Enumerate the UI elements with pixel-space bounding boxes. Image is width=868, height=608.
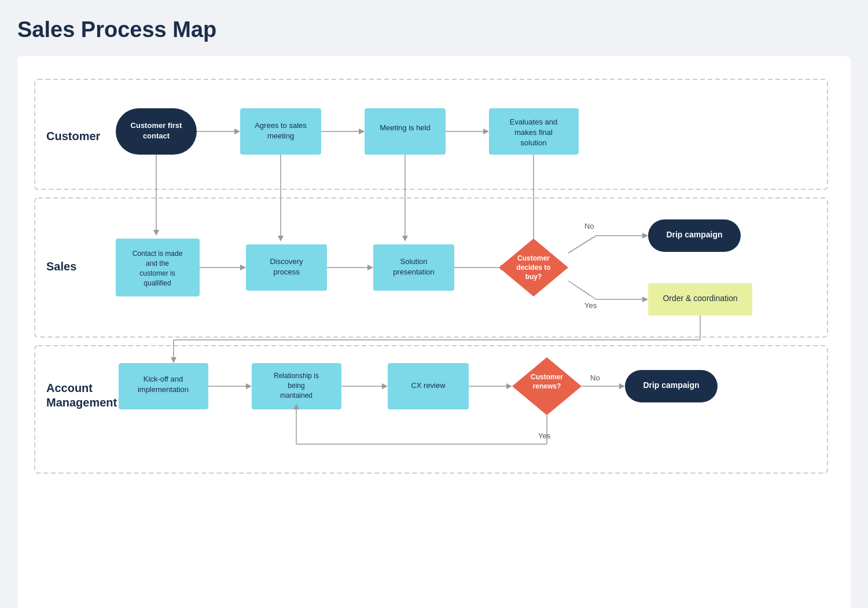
svg-marker-34: [367, 265, 373, 270]
svg-marker-71: [619, 383, 625, 389]
svg-marker-22: [402, 236, 408, 241]
svg-text:contact: contact: [143, 131, 170, 140]
svg-text:makes final: makes final: [514, 128, 553, 137]
svg-marker-20: [278, 236, 284, 241]
node-relationship: Relationship is: [274, 372, 319, 380]
page-title: Sales Process Map: [17, 17, 851, 42]
svg-marker-44: [642, 233, 648, 239]
node-meeting-held: Meeting is held: [380, 123, 430, 132]
svg-marker-64: [382, 383, 388, 389]
svg-line-47: [568, 281, 596, 299]
svg-line-42: [568, 236, 596, 253]
svg-text:and the: and the: [146, 259, 169, 268]
svg-text:customer is: customer is: [139, 269, 175, 277]
svg-text:buy?: buy?: [525, 273, 542, 281]
svg-text:No: No: [590, 373, 600, 382]
node-agrees-meeting: Agrees to sales: [255, 121, 307, 130]
svg-text:Customer: Customer: [531, 373, 563, 381]
svg-text:renews?: renews?: [533, 382, 561, 390]
svg-marker-13: [483, 129, 489, 134]
svg-text:presentation: presentation: [393, 268, 435, 276]
svg-marker-18: [153, 230, 159, 236]
account-label2: Management: [46, 396, 117, 409]
svg-text:mantained: mantained: [280, 391, 312, 400]
node-drip-campaign-account: Drip campaign: [643, 380, 699, 390]
svg-text:Yes: Yes: [584, 301, 597, 310]
svg-text:quallified: quallified: [144, 279, 171, 287]
node-contact-made: Contact is made: [133, 250, 183, 258]
node-drip-campaign-sales: Drip campaign: [666, 230, 722, 239]
svg-text:solution: solution: [521, 138, 547, 147]
svg-text:implementation: implementation: [138, 385, 189, 394]
node-evaluates: Evaluates and: [510, 118, 557, 126]
diagram-container: Customer Sales Account Management Custom…: [17, 56, 851, 608]
svg-marker-67: [506, 383, 512, 389]
svg-text:Yes: Yes: [538, 431, 551, 440]
svg-text:meeting: meeting: [267, 131, 294, 140]
node-kickoff: Kick-off and: [144, 375, 183, 383]
sales-label: Sales: [46, 260, 76, 273]
svg-marker-10: [359, 129, 365, 134]
svg-text:Customer: Customer: [517, 254, 550, 262]
svg-text:process: process: [273, 268, 300, 276]
svg-marker-49: [642, 296, 648, 302]
svg-text:decides to: decides to: [516, 263, 550, 272]
customer-label: Customer: [46, 130, 101, 142]
account-label: Account: [46, 382, 93, 394]
svg-marker-55: [171, 357, 176, 363]
svg-text:being: being: [288, 382, 304, 390]
node-order-coordination: Order & coordination: [663, 294, 737, 303]
svg-marker-30: [240, 265, 246, 270]
svg-rect-25: [116, 239, 200, 296]
node-solution-presentation: Solution: [400, 257, 428, 266]
svg-marker-6: [234, 129, 240, 134]
node-cx-review: CX review: [411, 381, 446, 390]
node-customer-first-contact: Customer first: [131, 121, 183, 130]
process-map-svg: Customer Sales Account Management Custom…: [29, 74, 839, 595]
node-discovery: Discovery: [270, 257, 303, 266]
svg-marker-59: [246, 383, 252, 389]
svg-text:No: No: [584, 222, 594, 230]
